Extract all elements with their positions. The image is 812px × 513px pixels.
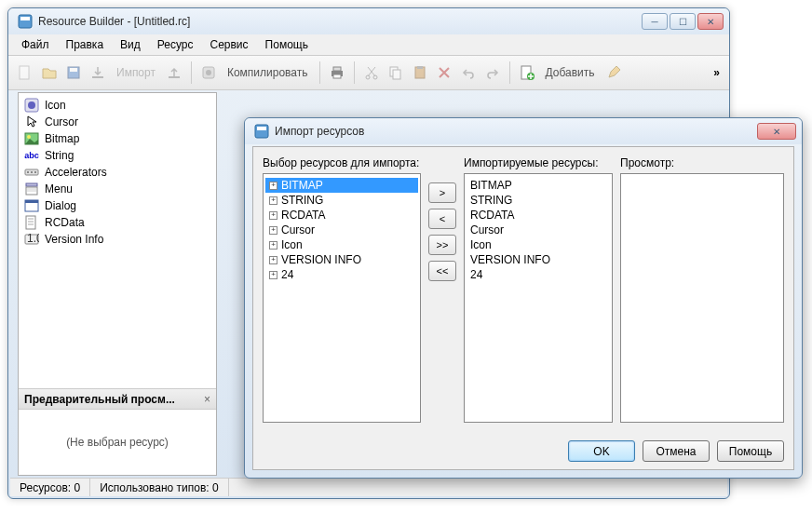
delete-icon[interactable] [433, 61, 455, 84]
cut-icon[interactable] [360, 61, 383, 84]
preview-close-icon[interactable]: × [204, 393, 210, 406]
client-area: Icon Cursor Bitmap abcString Accelerator… [18, 92, 217, 476]
list-item[interactable]: BITMAP [467, 178, 610, 193]
tree-item-icon[interactable]: Icon [22, 97, 212, 114]
move-all-left-button[interactable]: << [428, 261, 456, 281]
new-icon[interactable] [14, 61, 36, 84]
target-label: Импортируемые ресурсы: [464, 156, 613, 169]
add-icon[interactable] [516, 61, 538, 84]
tree-item-accelerators[interactable]: Accelerators [22, 164, 212, 181]
open-icon[interactable] [38, 61, 61, 84]
target-listbox[interactable]: BITMAP STRING RCDATA Cursor Icon VERSION… [464, 173, 613, 423]
dialog-titlebar[interactable]: Импорт ресурсов ✕ [245, 118, 802, 144]
expand-icon[interactable]: + [269, 256, 277, 264]
list-item[interactable]: +VERSION INFO [265, 252, 418, 267]
separator [509, 61, 510, 84]
preview-header: Предварительный просм... × [19, 389, 216, 410]
ok-button[interactable]: OK [568, 440, 635, 462]
list-item[interactable]: +Icon [265, 237, 418, 252]
dialog-buttons: OK Отмена Помощь [568, 440, 784, 462]
redo-icon[interactable] [481, 61, 504, 84]
menu-icon [24, 182, 39, 196]
tree-item-bitmap[interactable]: Bitmap [22, 130, 212, 147]
menu-resource[interactable]: Ресурс [150, 36, 201, 53]
export-icon[interactable] [163, 61, 185, 84]
menu-edit[interactable]: Правка [59, 36, 112, 53]
compile-icon[interactable] [197, 61, 220, 84]
expand-icon[interactable]: + [269, 271, 277, 279]
import-label: Импорт [116, 66, 156, 79]
list-item[interactable]: Icon [467, 237, 610, 252]
svg-point-8 [206, 70, 211, 75]
move-left-button[interactable]: < [428, 209, 456, 229]
preview-column: Просмотр: [620, 156, 784, 423]
save-icon[interactable] [62, 61, 85, 84]
svg-rect-4 [70, 68, 77, 72]
svg-rect-25 [27, 171, 29, 173]
import-icon[interactable] [87, 61, 109, 84]
tree-item-menu[interactable]: Menu [22, 181, 212, 197]
list-item[interactable]: +24 [265, 267, 418, 282]
maximize-button[interactable]: ☐ [670, 13, 696, 30]
source-column: Выбор ресурсов для импорта: +BITMAP +STR… [263, 156, 421, 423]
list-item[interactable]: +BITMAP [265, 178, 418, 193]
list-item[interactable]: +Cursor [265, 223, 418, 237]
expand-icon[interactable]: + [269, 211, 277, 220]
add-label: Добавить [546, 66, 595, 79]
svg-rect-5 [92, 76, 103, 78]
icon-icon [24, 98, 39, 113]
print-icon[interactable] [326, 61, 348, 84]
list-item[interactable]: Cursor [467, 223, 610, 237]
dialog-controls: ✕ [757, 123, 796, 140]
expand-icon[interactable]: + [269, 226, 277, 235]
copy-icon[interactable] [385, 61, 407, 84]
menu-view[interactable]: Вид [113, 36, 148, 53]
separator [354, 61, 355, 84]
tree-item-string[interactable]: abcString [22, 147, 212, 164]
move-buttons: > < >> << [428, 156, 456, 423]
toolbar-overflow-icon[interactable]: » [713, 66, 720, 79]
accelerators-icon [24, 165, 39, 180]
tree-item-version[interactable]: 1.0Version Info [22, 231, 212, 248]
help-button[interactable]: Помощь [717, 440, 784, 462]
close-button[interactable]: ✕ [697, 13, 724, 30]
minimize-button[interactable]: ─ [642, 13, 668, 30]
svg-rect-1 [20, 17, 30, 20]
menu-service[interactable]: Сервис [202, 36, 255, 53]
list-item[interactable]: VERSION INFO [467, 252, 610, 267]
preview-label: Просмотр: [620, 156, 784, 169]
paste-icon[interactable] [409, 61, 431, 84]
source-listbox[interactable]: +BITMAP +STRING +RCDATA +Cursor +Icon +V… [263, 173, 421, 423]
list-item[interactable]: 24 [467, 267, 610, 282]
list-item[interactable]: +STRING [265, 193, 418, 208]
menu-help[interactable]: Помощь [258, 36, 316, 53]
resource-tree[interactable]: Icon Cursor Bitmap abcString Accelerator… [19, 93, 216, 386]
bitmap-icon [24, 131, 39, 146]
menu-file[interactable]: Файл [14, 36, 57, 53]
svg-point-21 [28, 101, 35, 109]
dialog-close-button[interactable]: ✕ [757, 123, 796, 140]
edit-icon[interactable] [602, 61, 625, 84]
tree-item-cursor[interactable]: Cursor [22, 114, 212, 130]
window-controls: ─ ☐ ✕ [642, 13, 724, 30]
status-resources: Ресурсов: 0 [10, 479, 90, 496]
cancel-button[interactable]: Отмена [643, 440, 710, 462]
undo-icon[interactable] [457, 61, 480, 84]
list-item[interactable]: +RCDATA [265, 208, 418, 223]
expand-icon[interactable]: + [269, 196, 277, 205]
rcdata-icon [24, 215, 39, 230]
version-icon: 1.0 [24, 232, 39, 247]
svg-rect-6 [169, 76, 180, 78]
expand-icon[interactable]: + [269, 241, 277, 250]
list-item[interactable]: RCDATA [467, 208, 610, 223]
preview-body: (Не выбран ресурс) [19, 410, 216, 475]
move-right-button[interactable]: > [428, 182, 456, 203]
list-item[interactable]: STRING [467, 193, 610, 208]
tree-item-dialog[interactable]: Dialog [22, 197, 212, 214]
titlebar[interactable]: Resource Builder - [Untitled.rc] ─ ☐ ✕ [8, 8, 729, 34]
tree-item-rcdata[interactable]: RCData [22, 214, 212, 231]
svg-rect-28 [26, 183, 37, 186]
svg-point-23 [27, 135, 31, 139]
expand-icon[interactable]: + [269, 182, 277, 190]
move-all-right-button[interactable]: >> [428, 235, 456, 255]
